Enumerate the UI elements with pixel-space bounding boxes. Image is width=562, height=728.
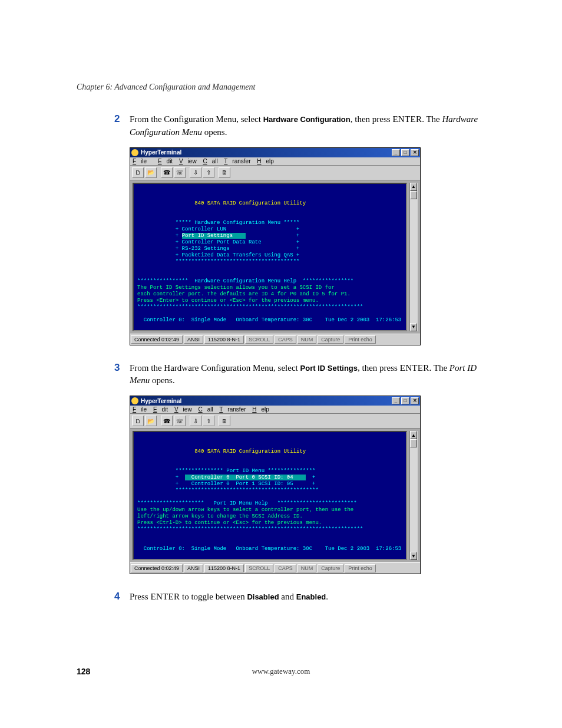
scroll-thumb[interactable] [410, 439, 417, 447]
menu-transfer[interactable]: Transfer [224, 158, 250, 164]
maximize-button[interactable]: □ [401, 397, 409, 404]
resize-grip-icon[interactable] [411, 334, 420, 345]
menu-edit[interactable]: Edit [158, 158, 173, 164]
step-4-post: . [326, 592, 328, 601]
term-help1: The Port ID Settings selection allows yo… [137, 285, 335, 291]
terminal-area[interactable]: 840 SATA RAID Configuration Utility ****… [133, 431, 407, 560]
term-menu-title: *************** Port ID Menu ***********… [137, 468, 315, 474]
menu-help[interactable]: Help [252, 406, 269, 413]
menu-view[interactable]: View [179, 158, 197, 164]
tool-receive-icon[interactable]: ⇧ [203, 416, 214, 426]
status-connected: Connected 0:02:49 [131, 335, 183, 344]
titlebar[interactable]: HyperTerminal _ □ ✕ [130, 148, 420, 157]
tool-send-icon[interactable]: ⇩ [190, 416, 201, 426]
scroll-down-icon[interactable]: ▼ [410, 552, 417, 560]
scrollbar[interactable]: ▲ ▼ [409, 183, 418, 331]
term-help4: ****************************************… [137, 304, 363, 310]
window-title: HyperTerminal [141, 398, 181, 404]
scroll-track[interactable] [410, 199, 418, 323]
status-emulation: ANSI [184, 335, 203, 344]
menu-help[interactable]: Help [257, 158, 274, 164]
status-baud: 115200 8-N-1 [204, 335, 244, 344]
tool-disconnect-icon[interactable]: ☏ [174, 167, 186, 178]
minimize-button[interactable]: _ [392, 149, 400, 156]
app-icon [131, 149, 138, 156]
term-blank3 [137, 272, 140, 278]
menubar[interactable]: File Edit View Call Transfer Help [130, 406, 420, 414]
scroll-thumb[interactable] [410, 191, 417, 199]
tool-open-icon[interactable]: 📂 [145, 167, 157, 178]
term-blank [137, 442, 140, 448]
term-status-row: Controller 0: Single Mode Onboard Temper… [137, 546, 407, 552]
step-2-bold: Hardware Configuration [263, 115, 351, 124]
step-4-bold2: Enabled [296, 592, 326, 601]
statusbar: Connected 0:02:49 ANSI 115200 8-N-1 SCRO… [130, 334, 420, 345]
close-button[interactable]: ✕ [411, 397, 419, 404]
term-help4: ****************************************… [137, 526, 363, 532]
step-2-num: 2 [114, 112, 120, 127]
menu-call[interactable]: Call [198, 406, 213, 413]
scroll-down-icon[interactable]: ▼ [410, 323, 417, 331]
status-baud: 115200 8-N-1 [204, 564, 244, 572]
term-help-title: **************** Hardware Configuration … [137, 278, 353, 284]
tool-send-icon[interactable]: ⇩ [190, 167, 201, 178]
status-num: NUM [297, 564, 317, 572]
maximize-button[interactable]: □ [401, 149, 409, 156]
minimize-button[interactable]: _ [392, 397, 400, 404]
scroll-up-icon[interactable]: ▲ [410, 183, 417, 191]
status-connected: Connected 0:02:49 [131, 564, 183, 572]
menu-call[interactable]: Call [203, 158, 217, 164]
menu-file[interactable]: File [133, 158, 151, 164]
tool-new-icon[interactable]: 🗋 [132, 167, 144, 178]
term-help-title: ********************* Port ID Menu Help … [137, 500, 360, 506]
term-blank3 [137, 494, 140, 500]
resize-grip-icon[interactable] [411, 563, 420, 574]
tool-open-icon[interactable]: 📂 [145, 416, 157, 426]
term-title: 840 SATA RAID Configuration Utility [137, 200, 306, 206]
menubar[interactable]: File Edit View Call Transfer Help [130, 157, 420, 166]
tool-properties-icon[interactable]: 🗎 [219, 167, 230, 178]
term-line1: + Controller 0 Port 0 SCSI ID: 04 + [137, 475, 315, 480]
selected-item[interactable]: Controller 0 Port 0 SCSI ID: 04 [185, 475, 306, 480]
menu-edit[interactable]: Edit [153, 406, 168, 413]
step-2-text-pre: From the Configuration Menu, select [130, 114, 263, 124]
step-2: 2 From the Configuration Menu, select Ha… [130, 113, 485, 139]
scrollbar[interactable]: ▲ ▼ [409, 431, 418, 560]
tool-receive-icon[interactable]: ⇧ [203, 167, 214, 178]
step-3-num: 3 [114, 361, 120, 375]
term-line6: *************************************** [137, 259, 299, 265]
status-print: Print echo [345, 335, 376, 344]
step-4-num: 4 [114, 589, 120, 604]
menu-transfer[interactable]: Transfer [219, 406, 246, 413]
terminal-area[interactable]: 840 SATA RAID Configuration Utility ****… [133, 183, 407, 331]
status-capture: Capture [318, 564, 343, 572]
hyperterminal-window-2: HyperTerminal _ □ ✕ File Edit View Call … [130, 396, 421, 574]
tool-disconnect-icon[interactable]: ☏ [174, 416, 186, 426]
status-capture: Capture [318, 335, 343, 344]
status-caps: CAPS [275, 335, 296, 344]
menu-view[interactable]: View [174, 406, 192, 413]
step-4-and: and [279, 592, 296, 601]
term-blank [137, 194, 140, 200]
term-blank5 [137, 539, 140, 545]
status-caps: CAPS [275, 564, 296, 572]
term-help3: Press <Ctrl-D> to continue or <Esc> for … [137, 520, 322, 526]
status-scroll: SCROLL [245, 564, 273, 572]
tool-connect-icon[interactable]: ☎ [161, 167, 173, 178]
selected-item[interactable]: Port ID Settings [182, 233, 246, 239]
titlebar[interactable]: HyperTerminal _ □ ✕ [130, 396, 420, 406]
step-4-bold1: Disabled [247, 592, 279, 601]
hyperterminal-window-1: HyperTerminal _ □ ✕ File Edit View Call … [130, 147, 421, 345]
step-4-enter: ENTER [150, 592, 180, 601]
tool-properties-icon[interactable]: 🗎 [219, 416, 230, 426]
tool-new-icon[interactable]: 🗋 [132, 416, 144, 426]
scroll-up-icon[interactable]: ▲ [410, 431, 417, 439]
term-line5: + Packetized Data Transfers Using QAS + [137, 252, 299, 258]
step-3-post1: . The [429, 363, 449, 373]
menu-file[interactable]: File [133, 406, 147, 413]
footer-url: www.gateway.com [0, 667, 562, 676]
term-help2: left/right arrow keys to change the SCSI… [137, 513, 303, 519]
tool-connect-icon[interactable]: ☎ [161, 416, 173, 426]
close-button[interactable]: ✕ [411, 149, 419, 156]
scroll-track[interactable] [410, 447, 418, 552]
